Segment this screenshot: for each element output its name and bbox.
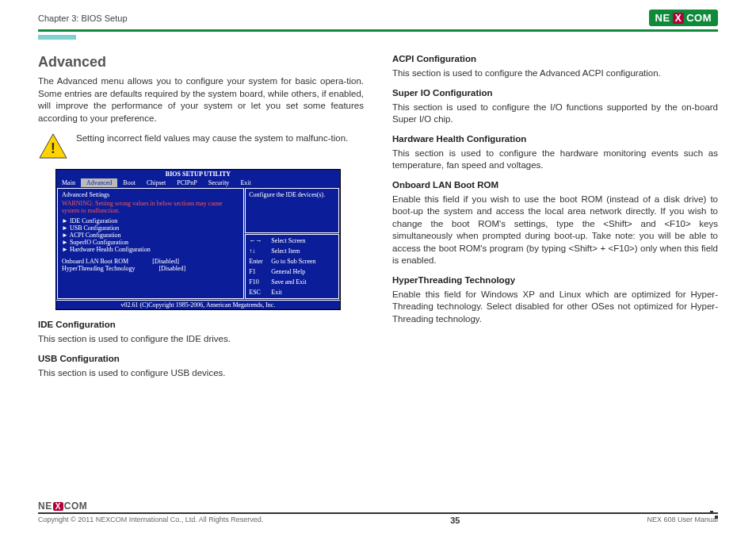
right-column: ACPI Configuration This section is used … — [392, 54, 718, 387]
section-text-superio: This section is used to configure the I/… — [392, 102, 718, 126]
section-text-acpi: This section is used to configure the Ad… — [392, 67, 718, 80]
bios-key-row: EnterGo to Sub Screen — [249, 258, 335, 265]
bios-menu-label: SuperIO Configuration — [70, 239, 128, 246]
warning-triangle-icon: ! — [38, 132, 68, 159]
page-header: Chapter 3: BIOS Setup NE X COM — [0, 0, 756, 29]
bios-key-action: Exit — [271, 289, 281, 296]
brand-x-icon: X — [673, 13, 685, 24]
bios-key-row: ↑↓Select Item — [249, 247, 335, 255]
bios-left-panel: Advanced Settings WARNING: Setting wrong… — [57, 188, 244, 299]
left-column: Advanced The Advanced menu allows you to… — [38, 54, 364, 387]
svg-text:!: ! — [51, 140, 55, 156]
bios-tab: Main — [56, 178, 81, 187]
footer-line: Copyright © 2011 NEXCOM International Co… — [38, 516, 718, 525]
bios-key-row: F1General Help — [249, 268, 335, 275]
bios-key-action: Select Screen — [271, 237, 305, 244]
brand-x-icon: X — [53, 502, 63, 511]
footer-rule — [38, 512, 718, 514]
bios-menu-label: Hardware Health Configuration — [70, 246, 151, 253]
footer-copyright: Copyright © 2011 NEXCOM International Co… — [38, 516, 263, 525]
warning-text: Setting incorrect field values may cause… — [76, 132, 348, 159]
brand-text-right: COM — [686, 12, 712, 24]
bios-menu-item: ► ACPI Configuration — [62, 232, 239, 239]
bios-key-row: ESCExit — [249, 289, 335, 296]
bios-tab: Exit — [235, 178, 256, 187]
bios-copyright: v02.61 (C)Copyright 1985-2006, American … — [56, 300, 340, 309]
bios-screenshot: BIOS SETUP UTILITY Main Advanced Boot Ch… — [55, 169, 341, 310]
bios-setting-key: Onboard LAN Boot ROM — [62, 258, 128, 265]
brand-logo-bottom: NE X COM — [38, 500, 87, 512]
bios-setting-key: HyperThreading Technology — [62, 265, 135, 272]
bios-key-row: F10Save and Exit — [249, 278, 335, 286]
bios-key: ←→ — [249, 237, 268, 244]
bios-key-action: General Help — [271, 268, 305, 275]
intro-paragraph: The Advanced menu allows you to configur… — [38, 75, 364, 125]
page-footer: NE X COM Copyright © 2011 NEXCOM Interna… — [0, 500, 756, 533]
bios-key-legend: ←→Select Screen ↑↓Select Item EnterGo to… — [245, 234, 339, 299]
bios-tab: Security — [203, 178, 235, 187]
bios-tab: Chipset — [141, 178, 171, 187]
bios-menu-item: ► USB Configuration — [62, 224, 239, 232]
bios-key: Enter — [249, 258, 268, 265]
section-heading-acpi: ACPI Configuration — [392, 54, 718, 63]
bios-key-action: Select Item — [271, 247, 300, 255]
bios-key-action: Save and Exit — [271, 278, 306, 286]
bios-title: BIOS SETUP UTILITY — [56, 170, 340, 178]
bios-right-panel: Configure the IDE devices(s). ←→Select S… — [245, 188, 339, 299]
section-text-hardware-health: This section is used to configure the ha… — [392, 148, 718, 172]
section-text-lan-boot: Enable this field if you wish to use the… — [392, 194, 718, 267]
bios-key-action: Go to Sub Screen — [271, 258, 315, 265]
bios-key: F1 — [249, 268, 268, 275]
footer-manual-name: NEX 608 User Manual — [647, 516, 718, 525]
bios-setting-value: [Disabled] — [158, 265, 185, 272]
bios-warning-text: WARNING: Setting wrong values in below s… — [62, 200, 239, 214]
header-rule — [38, 29, 718, 32]
chapter-label: Chapter 3: BIOS Setup — [38, 13, 128, 23]
bios-body: Advanced Settings WARNING: Setting wrong… — [56, 187, 340, 300]
bios-key-row: ←→Select Screen — [249, 237, 335, 244]
section-heading-superio: Super IO Configuration — [392, 88, 718, 98]
bios-menu-item: ► Hardware Health Configuration — [62, 246, 239, 253]
section-heading-usb: USB Configuration — [38, 354, 364, 363]
bios-menu-label: USB Configuration — [70, 224, 119, 232]
brand-text-left: NE — [38, 500, 52, 512]
section-text-ide: This section is used to configure the ID… — [38, 333, 364, 346]
brand-logo-top: NE X COM — [649, 10, 718, 26]
section-heading-hardware-health: Hardware Health Configuration — [392, 134, 718, 144]
brand-text-right: COM — [64, 500, 88, 512]
bios-key: ↑↓ — [249, 247, 268, 255]
brand-text-left: NE — [655, 12, 670, 24]
bios-tab: Boot — [117, 178, 141, 187]
bios-tab: PCIPnP — [171, 178, 202, 187]
bios-menu-item: ► SuperIO Configuration — [62, 239, 239, 246]
bios-key: ESC — [249, 289, 268, 296]
bios-help-text: Configure the IDE devices(s). — [245, 188, 339, 233]
page-number: 35 — [450, 516, 460, 525]
bios-tab-active: Advanced — [81, 178, 117, 187]
tab-stub-icon — [38, 35, 76, 40]
section-text-hyperthreading: Enable this field for Windows XP and Lin… — [392, 289, 718, 326]
bios-menu-label: ACPI Configuration — [69, 232, 120, 239]
bios-menu-item: ► IDE Configuration — [62, 217, 239, 224]
bios-tab-row: Main Advanced Boot Chipset PCIPnP Securi… — [56, 178, 340, 187]
bios-setting-row: HyperThreading Technology [Disabled] — [62, 265, 239, 272]
bios-section-heading: Advanced Settings — [62, 191, 239, 198]
section-heading-ide: IDE Configuration — [38, 320, 364, 329]
bios-key: F10 — [249, 278, 268, 286]
bios-setting-value: [Disabled] — [152, 258, 179, 265]
bios-setting-row: Onboard LAN Boot ROM [Disabled] — [62, 258, 239, 265]
content-columns: Advanced The Advanced menu allows you to… — [0, 54, 756, 387]
warning-callout: ! Setting incorrect field values may cau… — [38, 132, 364, 159]
section-text-usb: This section is used to configure USB de… — [38, 367, 364, 380]
page-title: Advanced — [38, 54, 364, 71]
section-heading-hyperthreading: HyperThreading Technology — [392, 275, 718, 285]
bios-menu-label: IDE Configuration — [70, 217, 117, 224]
section-heading-lan-boot: Onboard LAN Boot ROM — [392, 180, 718, 190]
